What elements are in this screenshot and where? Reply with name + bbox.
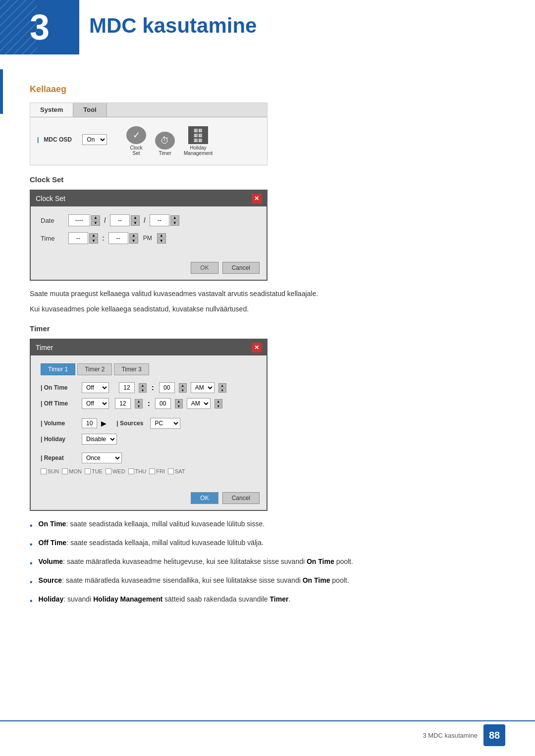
off-time-label: Off Time — [41, 400, 78, 407]
ampm-down[interactable]: ▼ — [157, 239, 166, 244]
on-time-ampm-up[interactable]: ▲ — [218, 383, 226, 388]
date-month-arrows: ▲ ▼ — [131, 215, 140, 226]
tab-tool[interactable]: Tool — [73, 103, 107, 117]
ampm-up[interactable]: ▲ — [157, 233, 166, 238]
off-time-ampm[interactable]: AM PM — [187, 398, 211, 409]
clockset-dialog-body: Date ▲ ▼ / ▲ ▼ / — [31, 206, 267, 258]
date-year-spinner: ▲ ▼ — [68, 214, 100, 226]
off-time-colon: : — [148, 400, 150, 407]
ui-icons-area: ✓ ClockSet ⏱ Timer ▦▦▦▦▦▦ HolidayManagem… — [121, 122, 260, 160]
date-month-input[interactable] — [110, 214, 130, 226]
timer-tab-1[interactable]: Timer 1 — [41, 363, 75, 375]
bullet-on-time: • On Time: saate seadistada kellaaja, mi… — [30, 519, 505, 532]
day-sun-checkbox[interactable] — [41, 468, 47, 474]
timer-close-button[interactable]: ✕ — [252, 343, 262, 353]
off-time-min-up[interactable]: ▲ — [175, 399, 183, 403]
on-time-ampm[interactable]: AM PM — [191, 382, 214, 393]
timer-dialog-body: Timer 1 Timer 2 Timer 3 On Time Off On ▲… — [31, 355, 267, 488]
time-label: Time — [41, 235, 65, 242]
day-wed: WED — [106, 468, 125, 474]
date-label: Date — [41, 217, 65, 224]
day-thu: THU — [128, 468, 147, 474]
icons-row: ✓ ClockSet ⏱ Timer ▦▦▦▦▦▦ HolidayManagem… — [121, 122, 260, 160]
day-sun: SUN — [41, 468, 59, 474]
clockset-close-button[interactable]: ✕ — [252, 194, 262, 203]
date-year-up[interactable]: ▲ — [91, 215, 100, 220]
date-month-down[interactable]: ▼ — [131, 221, 140, 226]
time-hour-input[interactable] — [68, 232, 88, 244]
on-time-select[interactable]: Off On — [82, 382, 109, 393]
on-time-min[interactable] — [159, 382, 175, 393]
ui-left-panel: | MDC OSD On Off — [37, 134, 116, 148]
time-min-arrows: ▲ ▼ — [129, 233, 138, 244]
date-month-up[interactable]: ▲ — [131, 215, 140, 220]
day-wed-checkbox[interactable] — [106, 468, 111, 474]
day-sat-checkbox[interactable] — [168, 468, 174, 474]
mdc-osd-indicator: | — [37, 136, 39, 143]
date-year-input[interactable] — [68, 214, 90, 226]
clock-set-icon-item[interactable]: ✓ ClockSet — [126, 126, 146, 156]
time-min-up[interactable]: ▲ — [129, 233, 138, 238]
volume-arrow[interactable]: ▶ — [101, 419, 107, 427]
day-thu-checkbox[interactable] — [128, 468, 134, 474]
off-time-hour-up[interactable]: ▲ — [135, 399, 143, 403]
off-time-min[interactable] — [155, 398, 171, 409]
off-time-min-down[interactable]: ▼ — [175, 404, 183, 408]
clockset-dialog: Clock Set ✕ Date ▲ ▼ / ▲ — [30, 190, 268, 281]
date-year-down[interactable]: ▼ — [91, 221, 100, 226]
on-time-min-down[interactable]: ▼ — [179, 388, 187, 393]
date-day-input[interactable] — [150, 214, 169, 226]
on-time-hour-arrows: ▲ ▼ — [139, 383, 147, 393]
timer-tab-3[interactable]: Timer 3 — [114, 363, 149, 375]
on-time-hour-down[interactable]: ▼ — [139, 388, 147, 393]
on-time-hour[interactable] — [119, 382, 135, 393]
on-time-colon: : — [152, 384, 154, 392]
timer-tab-2[interactable]: Timer 2 — [77, 363, 112, 375]
ui-tabs: System Tool — [30, 103, 267, 117]
mdc-osd-row: | MDC OSD On Off — [37, 134, 116, 145]
holiday-icon: ▦▦▦▦▦▦ — [188, 126, 208, 144]
off-time-select[interactable]: Off On — [82, 398, 109, 409]
timer-ok-button[interactable]: OK — [191, 492, 218, 504]
holiday-select[interactable]: Disable Enable — [82, 434, 117, 445]
time-hour-down[interactable]: ▼ — [89, 239, 98, 244]
timer-heading: Timer — [30, 324, 505, 333]
repeat-label: Repeat — [41, 454, 78, 461]
time-min-input[interactable] — [108, 232, 128, 244]
off-time-ampm-down[interactable]: ▼ — [214, 404, 222, 408]
on-time-ampm-down[interactable]: ▼ — [218, 388, 226, 393]
clockset-ok-button[interactable]: OK — [191, 262, 218, 274]
day-tue-checkbox[interactable] — [85, 468, 91, 474]
time-min-down[interactable]: ▼ — [129, 239, 138, 244]
page-title: MDC kasutamine — [89, 14, 257, 38]
clockset-desc1: Saate muuta praegust kellaaega valitud k… — [30, 289, 505, 299]
repeat-select[interactable]: Once Everyday Mon~Fri Mon~Sat Sat~Sun Ma… — [82, 453, 122, 463]
time-hour-up[interactable]: ▲ — [89, 233, 98, 238]
page-footer: 3 MDC kasutamine 88 — [423, 724, 505, 746]
bullet-holiday: • Holiday: suvandi Holiday Management sä… — [30, 594, 505, 607]
day-wed-label: WED — [112, 468, 125, 474]
on-time-hour-up[interactable]: ▲ — [139, 383, 147, 388]
clockset-desc2: Kui kuvaseadmes pole kellaaega seadistat… — [30, 304, 505, 314]
svg-rect-1 — [0, 0, 37, 54]
mdc-osd-select[interactable]: On Off — [82, 134, 107, 145]
date-day-down[interactable]: ▼ — [170, 221, 179, 226]
sources-select[interactable]: PC HDMI — [150, 418, 180, 429]
bullet-dot-4: • — [30, 576, 33, 588]
day-fri-checkbox[interactable] — [149, 468, 155, 474]
timer-footer: OK Cancel — [31, 488, 267, 510]
clockset-cancel-button[interactable]: Cancel — [222, 262, 260, 274]
tab-system[interactable]: System — [30, 103, 73, 117]
off-time-ampm-up[interactable]: ▲ — [214, 399, 222, 403]
footer-text: 3 MDC kasutamine — [423, 732, 478, 739]
timer-icon-item[interactable]: ⏱ Timer — [155, 132, 175, 156]
date-day-up[interactable]: ▲ — [170, 215, 179, 220]
timer-cancel-button[interactable]: Cancel — [222, 492, 260, 504]
on-time-min-up[interactable]: ▲ — [179, 383, 187, 388]
day-mon-checkbox[interactable] — [62, 468, 68, 474]
off-time-hour-down[interactable]: ▼ — [135, 404, 143, 408]
holiday-icon-item[interactable]: ▦▦▦▦▦▦ HolidayManagement — [184, 126, 213, 156]
timer-dialog: Timer ✕ Timer 1 Timer 2 Timer 3 On Time … — [30, 339, 268, 511]
ui-body: | MDC OSD On Off ✓ ClockSet ⏱ T — [30, 117, 267, 165]
off-time-hour[interactable] — [115, 398, 131, 409]
